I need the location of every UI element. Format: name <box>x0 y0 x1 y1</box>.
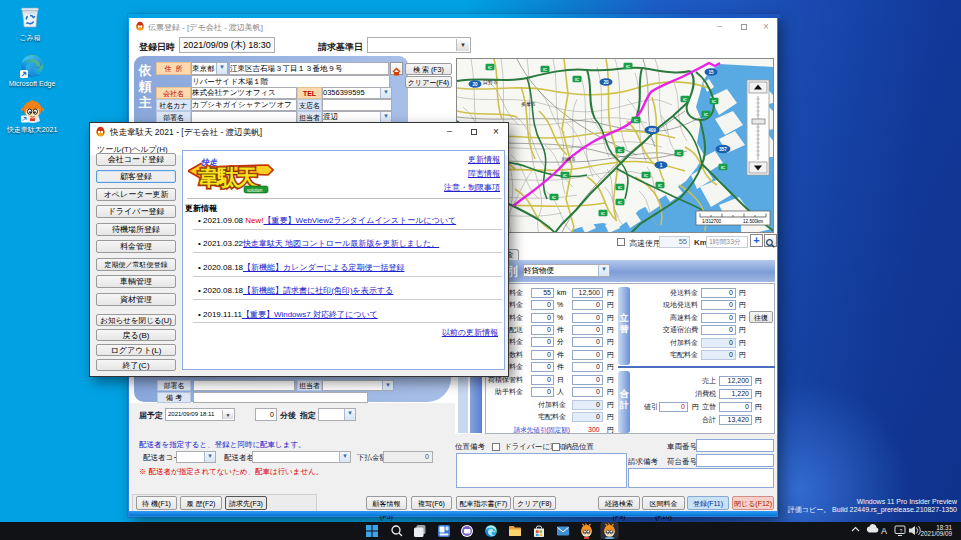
svg-text:川崎市: 川崎市 <box>561 156 576 162</box>
svg-text:IC: IC <box>712 99 716 104</box>
svg-text:20: 20 <box>603 80 609 85</box>
svg-text:IC: IC <box>618 200 622 205</box>
svg-text:IC: IC <box>658 183 662 188</box>
svg-text:IC: IC <box>563 173 567 178</box>
svg-text:IC: IC <box>677 151 681 156</box>
svg-text:IC: IC <box>634 118 638 123</box>
svg-text:solution: solution <box>247 188 263 193</box>
svg-text:?: ? <box>900 528 903 534</box>
svg-text:20: 20 <box>472 82 478 87</box>
svg-text:IC: IC <box>721 165 725 170</box>
svg-text:IC: IC <box>618 185 622 190</box>
svg-text:15: 15 <box>708 70 714 75</box>
svg-text:IC: IC <box>543 67 547 72</box>
svg-text:12.500km: 12.500km <box>743 219 763 224</box>
svg-text:1: 1 <box>660 163 663 168</box>
svg-text:A: A <box>881 526 887 536</box>
svg-text:多摩市: 多摩市 <box>521 101 536 107</box>
svg-text:357: 357 <box>719 147 727 152</box>
svg-text:409: 409 <box>648 128 656 133</box>
svg-text:IC: IC <box>644 173 648 178</box>
svg-text:IC: IC <box>626 64 630 69</box>
svg-text:IC: IC <box>575 77 579 82</box>
svg-text:IC: IC <box>704 112 708 117</box>
svg-text:IC: IC <box>488 65 492 70</box>
svg-text:IC: IC <box>618 148 622 153</box>
svg-text:IC: IC <box>601 211 605 216</box>
svg-text:日野市: 日野市 <box>483 79 498 86</box>
svg-text:IC: IC <box>683 97 687 102</box>
svg-text:IC: IC <box>552 195 556 200</box>
svg-text:1/312700: 1/312700 <box>702 219 722 224</box>
